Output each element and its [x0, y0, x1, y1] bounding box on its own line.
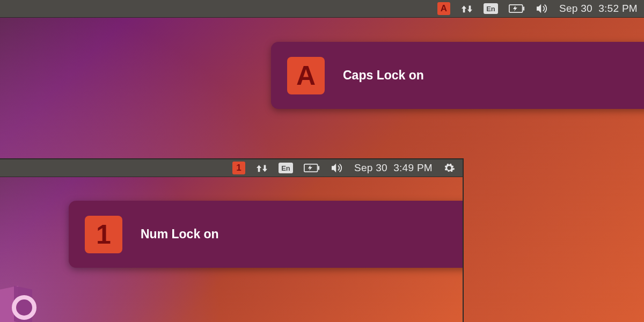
- notification-bubble-capslock: A Caps Lock on: [271, 42, 644, 109]
- battery-icon[interactable]: [509, 4, 525, 13]
- top-menu-bar: A En Sep 30 3:52 PM: [0, 0, 644, 18]
- system-gear-icon[interactable]: [443, 162, 455, 174]
- clock-text[interactable]: Sep 30 3:52 PM: [559, 3, 638, 14]
- top-menu-bar-inner: 1 En Sep 30 3:49 PM: [0, 159, 463, 177]
- notification-bubble-numlock: 1 Num Lock on: [69, 201, 464, 268]
- battery-icon[interactable]: [304, 164, 320, 172]
- volume-icon[interactable]: [331, 163, 343, 173]
- notification-message: Caps Lock on: [343, 68, 424, 83]
- nested-screenshot-frame: 1 En Sep 30 3:49 PM 1 Num Lock on: [0, 158, 464, 322]
- composite-screenshot: A En Sep 30 3:52 PM A Caps Lock on 1 En: [0, 0, 644, 322]
- volume-icon[interactable]: [536, 3, 548, 14]
- clock-text-inner[interactable]: Sep 30 3:49 PM: [354, 162, 433, 174]
- keyboard-layout-indicator[interactable]: En: [484, 3, 498, 14]
- svg-rect-1: [523, 6, 524, 10]
- keyboard-layout-indicator[interactable]: En: [279, 163, 293, 173]
- num-lock-icon: 1: [85, 216, 122, 253]
- launcher-ribbon-icon: [0, 275, 46, 322]
- caps-lock-icon: A: [287, 57, 325, 94]
- caps-lock-indicator-icon[interactable]: A: [437, 2, 450, 15]
- num-lock-indicator-icon[interactable]: 1: [232, 162, 245, 174]
- notification-message-inner: Num Lock on: [141, 227, 219, 241]
- network-updown-icon[interactable]: [461, 3, 473, 14]
- svg-rect-3: [318, 166, 319, 170]
- network-updown-icon[interactable]: [256, 163, 268, 173]
